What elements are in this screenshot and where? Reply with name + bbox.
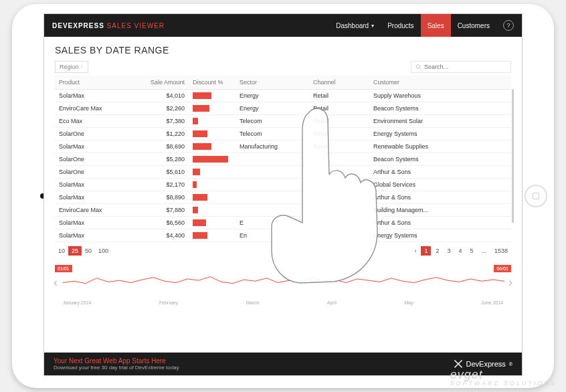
region-filter-chip[interactable]: Region ↑ <box>55 61 88 73</box>
page-2[interactable]: 2 <box>432 246 442 256</box>
page-5[interactable]: 5 <box>466 246 476 256</box>
cell-customer: Arthur & Sons <box>369 217 511 229</box>
table-row[interactable]: EnviroCare Max$2,260EnergyRetailBeacon S… <box>55 102 511 115</box>
cell-amount: $5,280 <box>135 153 189 166</box>
cell-product: SolarMax <box>55 217 135 229</box>
toolbar: Region ↑ <box>55 61 511 73</box>
table-row[interactable]: SolarMax$2,170Global Services <box>55 179 511 191</box>
cell-channel <box>309 204 369 217</box>
cell-discount <box>189 191 235 204</box>
nav-sales[interactable]: Sales <box>421 14 451 37</box>
table-row[interactable]: SolarOne$5,610Arthur & Sons <box>55 166 511 179</box>
cell-discount <box>189 102 235 115</box>
help-button[interactable]: ? <box>503 20 514 31</box>
cell-customer: Arthur & Sons <box>369 166 511 179</box>
range-start-badge[interactable]: 01/01 <box>55 265 72 272</box>
page-size-10[interactable]: 10 <box>55 246 68 256</box>
page-4[interactable]: 4 <box>455 246 465 256</box>
cell-sector <box>235 204 309 217</box>
svg-line-1 <box>419 68 421 70</box>
nav-customers[interactable]: Customers <box>451 14 496 37</box>
cell-discount <box>189 204 235 217</box>
col-customer[interactable]: Customer <box>369 76 511 90</box>
search-input[interactable] <box>424 64 506 70</box>
cell-discount <box>189 229 235 242</box>
cell-product: Eco Max <box>55 115 135 128</box>
cell-channel <box>309 179 369 191</box>
cell-sector: E <box>235 217 309 229</box>
cell-sector <box>235 166 309 179</box>
cell-channel: Retail <box>309 128 369 140</box>
chevron-left-icon[interactable]: ‹ <box>54 276 58 290</box>
cell-amount: $4,010 <box>135 90 189 102</box>
table-row[interactable]: Eco Max$7,380TelecomRetailEnvironment So… <box>55 115 511 128</box>
nav-dashboard[interactable]: Dashboard▾ <box>329 14 381 37</box>
table-row[interactable]: SolarMax$6,560EArthur & Sons <box>55 217 511 229</box>
cell-amount: $7,880 <box>135 204 189 217</box>
cell-discount <box>189 128 235 140</box>
brand-accent: SALES VIEWER <box>107 22 165 29</box>
cell-amount: $8,890 <box>135 191 189 204</box>
page-1538[interactable]: 1538 <box>491 246 511 256</box>
cell-discount <box>189 153 235 166</box>
sort-asc-icon: ↑ <box>81 64 84 70</box>
cell-product: SolarMax <box>55 179 135 191</box>
range-end-badge[interactable]: 06/01 <box>494 265 511 272</box>
cell-customer: Beacon Systems <box>369 102 511 115</box>
table-row[interactable]: EnviroCare Max$7,880Building Managem... <box>55 204 511 217</box>
pager: 102550100 ‹12345...1538 <box>55 246 511 256</box>
cell-customer: Beacon Systems <box>369 153 511 166</box>
page-1[interactable]: 1 <box>421 246 431 256</box>
cell-customer: Environment Solar <box>369 115 511 128</box>
col-product[interactable]: Product <box>55 76 135 90</box>
page-3[interactable]: 3 <box>444 246 454 256</box>
nav-products[interactable]: Products <box>381 14 420 37</box>
table-row[interactable]: SolarOne$5,280Beacon Systems <box>55 153 511 166</box>
header-row: Product Sale Amount Discount % Sector Ch… <box>55 76 511 90</box>
search-icon <box>415 64 421 70</box>
cell-customer: Renewable Supplies <box>369 140 511 153</box>
chevron-right-icon[interactable]: › <box>508 276 512 290</box>
prev-page[interactable]: ‹ <box>411 246 419 256</box>
col-discount[interactable]: Discount % <box>189 76 235 90</box>
home-button[interactable] <box>525 185 547 207</box>
cell-sector: Energy <box>235 90 309 102</box>
screen: DEVEXPRESS SALES VIEWER Dashboard▾ Produ… <box>43 13 523 376</box>
page-title: SALES BY DATE RANGE <box>55 45 511 56</box>
brand-main: DEVEXPRESS <box>52 22 104 29</box>
cell-sector: Manufacturing <box>235 140 309 153</box>
cell-channel <box>309 153 369 166</box>
cell-sector: Telecom <box>235 128 309 140</box>
cell-channel <box>309 191 369 204</box>
table-row[interactable]: SolarOne$1,220TelecomRetailEnergy System… <box>55 128 511 140</box>
cell-customer: Energy Systems <box>369 128 511 140</box>
search-box[interactable] <box>411 61 511 73</box>
table-row[interactable]: SolarMax$8,890Arthur & Sons <box>55 191 511 204</box>
col-amount[interactable]: Sale Amount <box>135 76 189 90</box>
col-sector[interactable]: Sector <box>235 76 309 90</box>
month-label: March <box>246 300 259 305</box>
page-size-100[interactable]: 100 <box>95 246 112 256</box>
cell-sector: En <box>235 229 309 242</box>
tablet-frame: DEVEXPRESS SALES VIEWER Dashboard▾ Produ… <box>12 4 554 388</box>
cell-product: SolarMax <box>55 229 135 242</box>
cell-amount: $5,610 <box>135 166 189 179</box>
devexpress-logo: DevExpress® <box>454 359 512 369</box>
cell-product: SolarOne <box>55 166 135 179</box>
date-range-slider[interactable]: 01/01 06/01 ‹ › January 2014FebruaryMarc… <box>55 265 511 305</box>
month-label: May <box>404 300 413 305</box>
svg-point-0 <box>416 65 420 69</box>
table-row[interactable]: SolarMax$4,400EnEnergy Systems <box>55 229 511 242</box>
table-row[interactable]: SolarMax$4,010EnergyRetailSupply Warehou… <box>55 90 511 102</box>
footer: Your Next Great Web App Starts Here Down… <box>44 353 522 375</box>
page-size-50[interactable]: 50 <box>82 246 95 256</box>
month-label: April <box>327 300 337 305</box>
col-channel[interactable]: Channel <box>309 76 369 90</box>
table-row[interactable]: SolarMax$8,690ManufacturingRetailRenewab… <box>55 140 511 153</box>
page-size-25[interactable]: 25 <box>68 246 82 256</box>
month-label: February <box>159 300 178 305</box>
scrollbar[interactable] <box>512 89 514 223</box>
page-...[interactable]: ... <box>478 246 490 256</box>
cell-product: SolarMax <box>55 140 135 153</box>
cell-customer: Energy Systems <box>369 229 511 242</box>
